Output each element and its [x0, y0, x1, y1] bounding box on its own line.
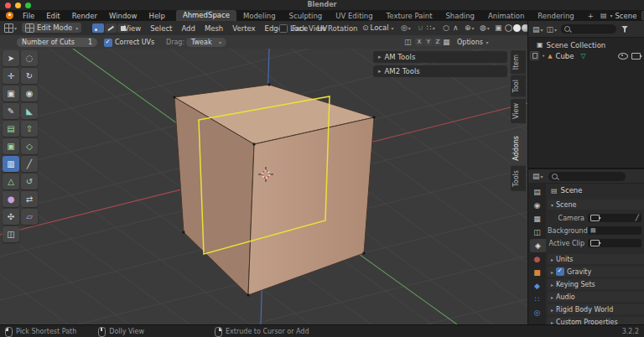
drag-mode-dropdown[interactable]: Tweak ▾	[186, 38, 226, 47]
sidebar-tab-view[interactable]: View	[511, 99, 526, 123]
render-tab[interactable]: ◉	[528, 199, 546, 212]
annotate-tool[interactable]: ✎	[3, 103, 19, 119]
workspace-tab-ahmedspace[interactable]: AhmedSpace	[176, 10, 236, 21]
bevel-tool[interactable]: ◇	[21, 138, 38, 154]
proportional-falloff-dropdown[interactable]: ∧	[453, 23, 459, 32]
mirror-y-button[interactable]: Y	[424, 38, 433, 46]
blender-logo-icon[interactable]	[6, 12, 13, 19]
sidebar-tab-tools[interactable]: Tools	[511, 166, 526, 191]
measure-tool[interactable]: ◣	[21, 103, 38, 119]
workspace-tab-sculpting[interactable]: Sculpting	[283, 11, 330, 21]
poly-build-tool[interactable]: △	[3, 174, 19, 189]
world-tab[interactable]: ●	[528, 252, 546, 266]
overlays-dropdown[interactable]: ◍▾	[480, 23, 490, 32]
panel-keying-sets[interactable]: ▸Keying Sets	[548, 279, 644, 289]
modifiers-tab[interactable]: ◆	[528, 279, 546, 293]
disable-in-renders-toggle[interactable]	[631, 53, 641, 60]
number-of-cuts-slider[interactable]: Number of Cuts 1	[17, 38, 97, 47]
workspace-tab-modeling[interactable]: Modeling	[236, 11, 283, 21]
cube-object-row[interactable]: • ▲ Cube ▽	[528, 50, 644, 61]
scene-collection-row[interactable]: ▣ Scene Collection	[528, 39, 644, 50]
move-tool[interactable]: ✛	[3, 68, 19, 84]
workspace-tab-texture-paint[interactable]: Texture Paint	[380, 11, 439, 21]
shrink-fatten-tool[interactable]: ✣	[3, 209, 19, 225]
scene-panel-header[interactable]: ▾ Scene	[548, 200, 644, 210]
particles-tab[interactable]: ∷	[528, 293, 546, 306]
object-tab[interactable]: ■	[528, 266, 546, 279]
transform-tool[interactable]: ◉	[21, 86, 38, 101]
properties-search-input[interactable]	[548, 172, 626, 181]
display-mode-dropdown[interactable]: ▤▾	[532, 25, 543, 34]
add-cube-tool[interactable]: ▤	[3, 121, 19, 137]
gravity-checkbox[interactable]	[556, 267, 564, 276]
scene-tab[interactable]: ◈	[530, 239, 546, 252]
viewport-menu-view[interactable]: View	[124, 24, 141, 33]
workspace-tab-uv-editing[interactable]: UV Editing	[329, 11, 379, 21]
loop-cut-tool[interactable]: ▥	[3, 156, 19, 172]
panel-gravity[interactable]: ▸Gravity	[548, 267, 644, 277]
edge-slide-tool[interactable]: ⇄	[21, 191, 38, 207]
eyedropper-icon[interactable]: ╱	[636, 215, 639, 221]
rotate-tool[interactable]: ↻	[21, 68, 38, 84]
scene-selector[interactable]: Scene	[615, 12, 636, 20]
wireframe-shading-button[interactable]	[505, 24, 512, 32]
snap-settings-dropdown[interactable]: ∷▾	[427, 23, 435, 32]
snap-symmetry-button[interactable]: ▦	[443, 38, 450, 46]
cube-mesh[interactable]	[174, 85, 374, 295]
viewport-menu-add[interactable]: Add	[181, 24, 195, 33]
output-tab[interactable]: ▦	[528, 212, 546, 226]
shear-tool[interactable]: ▱	[21, 209, 38, 225]
workspace-tab-animation[interactable]: Animation	[481, 11, 531, 21]
lock-view-rotation-checkbox[interactable]	[279, 24, 288, 34]
mirror-x-button[interactable]: X	[415, 38, 423, 46]
correct-uvs-checkbox[interactable]	[104, 39, 112, 48]
transform-orientation-dropdown[interactable]: ⊙ Local ▾	[362, 23, 394, 32]
knife-tool[interactable]: ╱	[21, 156, 38, 172]
inset-faces-tool[interactable]: ▣	[3, 138, 19, 154]
proportional-editing-toggle[interactable]: ○	[443, 23, 449, 32]
camera-field[interactable]: ╱	[588, 214, 641, 222]
rip-region-tool[interactable]: ◫	[3, 226, 19, 242]
workspace-tab-shading[interactable]: Shading	[439, 11, 481, 21]
properties-editor-type-button[interactable]: ▤▾	[532, 172, 543, 180]
viewport-menu-select[interactable]: Select	[150, 24, 172, 33]
menu-window[interactable]: Window	[103, 12, 143, 20]
vertex-select-button[interactable]	[92, 23, 104, 33]
add-workspace-button[interactable]: +	[581, 11, 600, 21]
gizmos-dropdown[interactable]: ⊕▾	[465, 23, 475, 32]
menu-help[interactable]: Help	[143, 12, 170, 20]
3d-viewport[interactable]: ➤◌✛↻▣◉✎◣▤⇧▣◇▥╱△↺●⇄✣▱◫ ▸AM Tools ▸AM2 Too…	[0, 49, 527, 324]
extrude-region-tool[interactable]: ⇧	[21, 121, 38, 137]
spin-tool[interactable]: ↺	[21, 174, 38, 189]
mode-dropdown[interactable]: Edit Mode ▾	[22, 23, 81, 33]
sidebar-tab-tool[interactable]: Tool	[511, 75, 526, 97]
hide-in-viewport-toggle[interactable]	[618, 53, 628, 60]
view-layer-tab[interactable]: ◫	[528, 226, 546, 239]
cursor-tool[interactable]: ◌	[21, 50, 38, 66]
smooth-tool[interactable]: ●	[3, 191, 19, 207]
select-box-tool[interactable]: ➤	[3, 50, 19, 66]
exclude-checkbox[interactable]	[530, 51, 539, 60]
xray-toggle[interactable]: ▣	[495, 23, 502, 32]
active-clip-field[interactable]	[588, 239, 641, 247]
background--field[interactable]: ▤	[588, 226, 641, 235]
edge-select-button[interactable]	[105, 23, 117, 33]
panel-rigid-body-world[interactable]: ▸Rigid Body World	[548, 304, 644, 314]
workspace-tab-rendering[interactable]: Rendering	[531, 11, 580, 21]
outliner-search-input[interactable]	[561, 24, 616, 34]
expand-dot-icon[interactable]: •	[542, 53, 545, 60]
panel-audio[interactable]: ▸Audio	[548, 292, 644, 302]
filter-icon[interactable]	[621, 26, 628, 33]
mirror-z-button[interactable]: Z	[434, 38, 442, 46]
menu-edit[interactable]: Edit	[40, 12, 65, 20]
panel-units[interactable]: ▸Units	[548, 254, 644, 264]
sidebar-tab-item[interactable]: Item	[511, 50, 526, 74]
options-dropdown[interactable]: Options ▾	[457, 39, 488, 46]
physics-tab[interactable]: ◎	[528, 306, 546, 319]
snap-magnet-toggle[interactable]: ∪	[418, 23, 423, 32]
tool-tab[interactable]: ▤	[528, 185, 546, 199]
scale-tool[interactable]: ▣	[3, 86, 19, 101]
pivot-point-dropdown[interactable]: ◎▾	[401, 23, 411, 32]
editor-type-button[interactable]: ▾	[4, 23, 17, 33]
sidebar-panel-am2-tools[interactable]: ▸AM2 Tools	[373, 65, 507, 77]
